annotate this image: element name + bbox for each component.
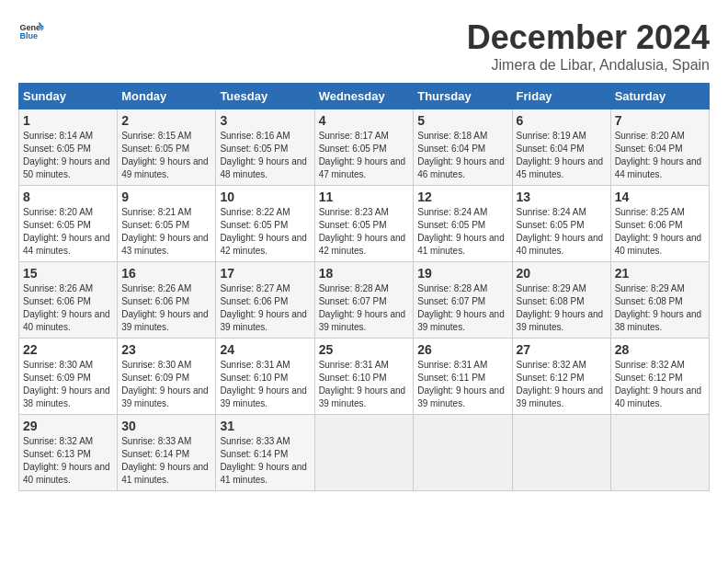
day-info: Sunrise: 8:29 AMSunset: 6:08 PMDaylight:…: [517, 283, 604, 332]
calendar-cell: 10 Sunrise: 8:22 AMSunset: 6:05 PMDaylig…: [216, 186, 314, 262]
day-number: 28: [615, 342, 705, 357]
day-info: Sunrise: 8:31 AMSunset: 6:10 PMDaylight:…: [220, 360, 307, 408]
day-info: Sunrise: 8:18 AMSunset: 6:04 PMDaylight:…: [417, 131, 505, 179]
day-info: Sunrise: 8:28 AMSunset: 6:07 PMDaylight:…: [417, 283, 505, 332]
logo: General Blue: [18, 18, 44, 44]
calendar-week-row: 29 Sunrise: 8:32 AMSunset: 6:13 PMDaylig…: [19, 415, 710, 491]
day-info: Sunrise: 8:32 AMSunset: 6:13 PMDaylight:…: [23, 436, 110, 485]
day-info: Sunrise: 8:31 AMSunset: 6:10 PMDaylight:…: [319, 360, 406, 408]
calendar-week-row: 15 Sunrise: 8:26 AMSunset: 6:06 PMDaylig…: [19, 262, 710, 339]
calendar-cell: 20 Sunrise: 8:29 AMSunset: 6:08 PMDaylig…: [512, 262, 610, 339]
calendar-cell: 6 Sunrise: 8:19 AMSunset: 6:04 PMDayligh…: [512, 109, 610, 186]
day-number: 6: [517, 113, 607, 128]
day-info: Sunrise: 8:25 AMSunset: 6:06 PMDaylight:…: [615, 207, 702, 256]
day-info: Sunrise: 8:29 AMSunset: 6:08 PMDaylight:…: [615, 283, 702, 332]
day-info: Sunrise: 8:31 AMSunset: 6:11 PMDaylight:…: [417, 360, 505, 408]
calendar-cell: 17 Sunrise: 8:27 AMSunset: 6:06 PMDaylig…: [216, 262, 314, 339]
day-number: 15: [23, 266, 113, 281]
calendar-cell: [314, 415, 414, 491]
day-number: 12: [417, 190, 507, 204]
day-info: Sunrise: 8:30 AMSunset: 6:09 PMDaylight:…: [121, 360, 209, 408]
day-number: 21: [615, 266, 705, 281]
calendar-cell: 18 Sunrise: 8:28 AMSunset: 6:07 PMDaylig…: [314, 262, 414, 339]
weekday-header-friday: Friday: [512, 84, 610, 109]
day-number: 19: [417, 266, 507, 281]
calendar-cell: 14 Sunrise: 8:25 AMSunset: 6:06 PMDaylig…: [610, 186, 709, 262]
day-number: 18: [319, 266, 410, 281]
day-number: 2: [121, 113, 211, 128]
day-number: 25: [319, 342, 410, 357]
day-number: 4: [319, 113, 410, 128]
calendar-cell: 1 Sunrise: 8:14 AMSunset: 6:05 PMDayligh…: [19, 109, 118, 186]
day-info: Sunrise: 8:30 AMSunset: 6:09 PMDaylight:…: [23, 360, 110, 408]
logo-icon: General Blue: [18, 18, 44, 44]
calendar-cell: 9 Sunrise: 8:21 AMSunset: 6:05 PMDayligh…: [118, 186, 216, 262]
weekday-header-row: SundayMondayTuesdayWednesdayThursdayFrid…: [19, 84, 710, 109]
calendar-cell: [610, 415, 709, 491]
calendar-cell: 12 Sunrise: 8:24 AMSunset: 6:05 PMDaylig…: [414, 186, 512, 262]
calendar-cell: 4 Sunrise: 8:17 AMSunset: 6:05 PMDayligh…: [314, 109, 414, 186]
day-info: Sunrise: 8:17 AMSunset: 6:05 PMDaylight:…: [319, 131, 406, 179]
day-info: Sunrise: 8:19 AMSunset: 6:04 PMDaylight:…: [517, 131, 604, 179]
calendar-cell: 22 Sunrise: 8:30 AMSunset: 6:09 PMDaylig…: [19, 339, 118, 415]
calendar-cell: 19 Sunrise: 8:28 AMSunset: 6:07 PMDaylig…: [414, 262, 512, 339]
day-number: 27: [517, 342, 607, 357]
day-number: 3: [220, 113, 310, 128]
day-number: 20: [517, 266, 607, 281]
calendar-cell: 15 Sunrise: 8:26 AMSunset: 6:06 PMDaylig…: [19, 262, 118, 339]
day-info: Sunrise: 8:26 AMSunset: 6:06 PMDaylight:…: [23, 283, 110, 332]
calendar-cell: 8 Sunrise: 8:20 AMSunset: 6:05 PMDayligh…: [19, 186, 118, 262]
day-info: Sunrise: 8:32 AMSunset: 6:12 PMDaylight:…: [615, 360, 702, 408]
calendar-week-row: 1 Sunrise: 8:14 AMSunset: 6:05 PMDayligh…: [19, 109, 710, 186]
day-number: 26: [417, 342, 507, 357]
day-number: 23: [121, 342, 211, 357]
calendar-week-row: 22 Sunrise: 8:30 AMSunset: 6:09 PMDaylig…: [19, 339, 710, 415]
day-number: 30: [121, 419, 211, 433]
day-number: 14: [615, 190, 705, 204]
calendar-cell: [414, 415, 512, 491]
day-number: 13: [517, 190, 607, 204]
calendar-cell: 23 Sunrise: 8:30 AMSunset: 6:09 PMDaylig…: [118, 339, 216, 415]
calendar-cell: 28 Sunrise: 8:32 AMSunset: 6:12 PMDaylig…: [610, 339, 709, 415]
day-info: Sunrise: 8:33 AMSunset: 6:14 PMDaylight:…: [121, 436, 209, 485]
location-title: Jimera de Libar, Andalusia, Spain: [467, 57, 710, 74]
calendar-cell: 25 Sunrise: 8:31 AMSunset: 6:10 PMDaylig…: [314, 339, 414, 415]
calendar-week-row: 8 Sunrise: 8:20 AMSunset: 6:05 PMDayligh…: [19, 186, 710, 262]
day-number: 31: [220, 419, 310, 433]
day-number: 5: [417, 113, 507, 128]
day-number: 9: [121, 190, 211, 204]
day-info: Sunrise: 8:33 AMSunset: 6:14 PMDaylight:…: [220, 436, 307, 485]
day-info: Sunrise: 8:21 AMSunset: 6:05 PMDaylight:…: [121, 207, 209, 256]
calendar-cell: 31 Sunrise: 8:33 AMSunset: 6:14 PMDaylig…: [216, 415, 314, 491]
day-info: Sunrise: 8:26 AMSunset: 6:06 PMDaylight:…: [121, 283, 209, 332]
day-info: Sunrise: 8:16 AMSunset: 6:05 PMDaylight:…: [220, 131, 307, 179]
day-number: 10: [220, 190, 310, 204]
day-number: 17: [220, 266, 310, 281]
day-info: Sunrise: 8:24 AMSunset: 6:05 PMDaylight:…: [517, 207, 604, 256]
calendar-cell: 21 Sunrise: 8:29 AMSunset: 6:08 PMDaylig…: [610, 262, 709, 339]
weekday-header-saturday: Saturday: [610, 84, 709, 109]
day-number: 22: [23, 342, 113, 357]
calendar-cell: 2 Sunrise: 8:15 AMSunset: 6:05 PMDayligh…: [118, 109, 216, 186]
day-info: Sunrise: 8:20 AMSunset: 6:04 PMDaylight:…: [615, 131, 702, 179]
day-info: Sunrise: 8:23 AMSunset: 6:05 PMDaylight:…: [319, 207, 406, 256]
calendar-cell: 3 Sunrise: 8:16 AMSunset: 6:05 PMDayligh…: [216, 109, 314, 186]
calendar-cell: 11 Sunrise: 8:23 AMSunset: 6:05 PMDaylig…: [314, 186, 414, 262]
page-header: General Blue December 2024 Jimera de Lib…: [18, 18, 710, 74]
day-number: 16: [121, 266, 211, 281]
day-info: Sunrise: 8:20 AMSunset: 6:05 PMDaylight:…: [23, 207, 110, 256]
day-info: Sunrise: 8:28 AMSunset: 6:07 PMDaylight:…: [319, 283, 406, 332]
day-info: Sunrise: 8:27 AMSunset: 6:06 PMDaylight:…: [220, 283, 307, 332]
calendar-cell: 24 Sunrise: 8:31 AMSunset: 6:10 PMDaylig…: [216, 339, 314, 415]
calendar-cell: 29 Sunrise: 8:32 AMSunset: 6:13 PMDaylig…: [19, 415, 118, 491]
day-number: 7: [615, 113, 705, 128]
day-info: Sunrise: 8:22 AMSunset: 6:05 PMDaylight:…: [220, 207, 307, 256]
weekday-header-thursday: Thursday: [414, 84, 512, 109]
day-number: 29: [23, 419, 113, 433]
calendar-cell: 13 Sunrise: 8:24 AMSunset: 6:05 PMDaylig…: [512, 186, 610, 262]
calendar-table: SundayMondayTuesdayWednesdayThursdayFrid…: [18, 83, 710, 491]
title-area: December 2024 Jimera de Libar, Andalusia…: [467, 18, 710, 74]
day-info: Sunrise: 8:14 AMSunset: 6:05 PMDaylight:…: [23, 131, 110, 179]
weekday-header-sunday: Sunday: [19, 84, 118, 109]
calendar-cell: [512, 415, 610, 491]
